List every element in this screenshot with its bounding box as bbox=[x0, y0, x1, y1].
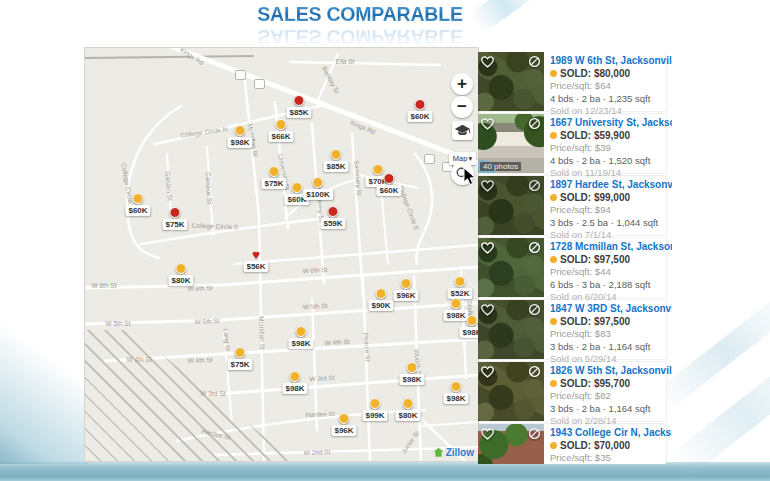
hide-listing-icon[interactable] bbox=[528, 364, 541, 382]
price-marker[interactable]: $59K bbox=[320, 206, 345, 229]
price-marker[interactable]: $80K bbox=[395, 398, 420, 421]
hide-listing-icon[interactable] bbox=[528, 178, 541, 196]
listing-card[interactable]: 1897 Hardee St, Jacksonville, FL SOLD: $… bbox=[478, 176, 666, 235]
listing-card[interactable]: 1847 W 3RD St, Jacksonville, FL SOLD: $9… bbox=[478, 300, 666, 359]
favorite-heart-icon[interactable] bbox=[481, 302, 494, 320]
listing-address[interactable]: 1897 Hardee St, Jacksonville, FL bbox=[550, 179, 672, 192]
listing-card[interactable]: 40 photos 1667 University St, Jacksonvil… bbox=[478, 114, 666, 173]
favorite-heart-icon[interactable] bbox=[481, 240, 494, 258]
listings-panel[interactable]: 1989 W 6th St, Jacksonville, FL SOLD: $8… bbox=[478, 52, 672, 464]
sold-dot-icon[interactable] bbox=[331, 149, 342, 160]
price-marker[interactable]: $90K bbox=[368, 288, 393, 311]
sold-dot-icon[interactable] bbox=[339, 413, 350, 424]
sold-dot-icon[interactable] bbox=[403, 398, 414, 409]
price-marker[interactable]: $60K bbox=[407, 99, 432, 122]
listing-price-sqft: Price/sqft: $44 bbox=[550, 266, 672, 279]
favorite-heart-icon[interactable] bbox=[481, 426, 494, 444]
hide-listing-icon[interactable] bbox=[528, 240, 541, 258]
listing-address[interactable]: 1667 University St, Jacksonville,... bbox=[550, 117, 672, 130]
sold-dot-icon[interactable] bbox=[415, 99, 426, 110]
price-marker[interactable]: $60K bbox=[125, 193, 150, 216]
sold-dot-icon[interactable] bbox=[370, 398, 381, 409]
price-marker[interactable]: $85K bbox=[286, 95, 311, 118]
listing-photo[interactable] bbox=[478, 300, 544, 359]
hide-listing-icon[interactable] bbox=[528, 116, 541, 134]
price-marker[interactable]: $52K bbox=[447, 276, 472, 299]
price-marker[interactable]: $98K bbox=[443, 381, 468, 404]
price-marker[interactable]: $98K bbox=[399, 362, 424, 385]
listing-specs: 4 bds · 2 ba · 1,520 sqft bbox=[550, 155, 672, 168]
hide-listing-icon[interactable] bbox=[528, 54, 541, 72]
sold-dot-icon[interactable] bbox=[384, 173, 395, 184]
sold-dot-icon[interactable] bbox=[235, 347, 246, 358]
price-marker[interactable]: $98K bbox=[227, 125, 252, 148]
sold-dot-icon[interactable] bbox=[296, 326, 307, 337]
sold-dot-icon[interactable] bbox=[401, 278, 412, 289]
listing-card[interactable]: 1989 W 6th St, Jacksonville, FL SOLD: $8… bbox=[478, 52, 666, 111]
listing-info: 1826 W 5th St, Jacksonville, FL SOLD: $9… bbox=[544, 362, 672, 421]
zillow-logo[interactable]: Zillow bbox=[433, 447, 474, 458]
sold-dot-icon[interactable] bbox=[451, 298, 462, 309]
price-marker[interactable]: $66K bbox=[268, 119, 293, 142]
listings-list: 1989 W 6th St, Jacksonville, FL SOLD: $8… bbox=[478, 52, 672, 464]
sold-dot-icon[interactable] bbox=[294, 95, 305, 106]
favorite-heart-icon[interactable] bbox=[481, 54, 494, 72]
listing-photo[interactable] bbox=[478, 424, 544, 464]
sold-dot-icon[interactable] bbox=[312, 177, 323, 188]
zoom-in-button[interactable]: + bbox=[451, 73, 473, 95]
listing-price-sqft: Price/sqft: $82 bbox=[550, 390, 672, 403]
price-marker[interactable]: $98K bbox=[282, 371, 307, 394]
map-canvas[interactable]: Kings RdKings RdElla StBerkley StCollege… bbox=[85, 48, 478, 461]
hide-listing-icon[interactable] bbox=[528, 426, 541, 444]
sold-dot-icon[interactable] bbox=[451, 381, 462, 392]
price-marker[interactable]: $96K bbox=[393, 278, 418, 301]
price-marker[interactable]: $98K bbox=[459, 315, 478, 338]
sold-dot-icon[interactable] bbox=[407, 362, 418, 373]
favorite-heart-icon[interactable] bbox=[481, 364, 494, 382]
price-marker[interactable]: $75K bbox=[162, 207, 187, 230]
sold-dot-icon[interactable] bbox=[170, 207, 181, 218]
price-marker[interactable]: $80K bbox=[168, 263, 193, 286]
sold-dot-icon[interactable] bbox=[467, 315, 478, 326]
sold-dot-icon[interactable] bbox=[328, 206, 339, 217]
sold-dot-icon[interactable] bbox=[290, 371, 301, 382]
listing-card[interactable]: 1943 College Cir N, Jacksonville,... SOL… bbox=[478, 424, 666, 464]
price-marker[interactable]: $75K bbox=[227, 347, 252, 370]
listing-photo[interactable] bbox=[478, 238, 544, 297]
price-marker[interactable]: $60K bbox=[376, 173, 401, 196]
zoom-out-button[interactable]: − bbox=[451, 96, 473, 118]
listing-card[interactable]: 1826 W 5th St, Jacksonville, FL SOLD: $9… bbox=[478, 362, 666, 421]
listing-card[interactable]: 1728 Mcmillan St, Jacksonville, FL SOLD:… bbox=[478, 238, 666, 297]
sold-dot-icon[interactable] bbox=[292, 182, 303, 193]
sold-dot-icon[interactable] bbox=[235, 125, 246, 136]
favorite-heart-icon[interactable] bbox=[481, 178, 494, 196]
listing-photo[interactable] bbox=[478, 52, 544, 111]
price-marker[interactable]: $99K bbox=[362, 398, 387, 421]
price-marker[interactable]: ♥$56K bbox=[243, 249, 268, 272]
price-marker[interactable]: $96K bbox=[331, 413, 356, 436]
schools-layer-button[interactable] bbox=[452, 121, 473, 140]
listing-address[interactable]: 1989 W 6th St, Jacksonville, FL bbox=[550, 55, 672, 68]
price-marker[interactable]: $75K bbox=[261, 166, 286, 189]
listing-address[interactable]: 1847 W 3RD St, Jacksonville, FL bbox=[550, 303, 672, 316]
sold-dot-icon[interactable] bbox=[133, 193, 144, 204]
favorite-heart-icon[interactable] bbox=[481, 116, 494, 134]
sold-dot-icon[interactable] bbox=[376, 288, 387, 299]
sold-dot-icon[interactable] bbox=[176, 263, 187, 274]
price-marker[interactable]: $98K bbox=[288, 326, 313, 349]
listing-address[interactable]: 1728 Mcmillan St, Jacksonville, FL bbox=[550, 241, 672, 254]
listing-address[interactable]: 1943 College Cir N, Jacksonville,... bbox=[550, 427, 672, 440]
listing-photo[interactable] bbox=[478, 362, 544, 421]
street-label: W 5th St bbox=[302, 302, 327, 310]
price-marker[interactable]: $100K bbox=[303, 177, 333, 200]
listing-photo[interactable]: 40 photos bbox=[478, 114, 544, 173]
price-marker[interactable]: $85K bbox=[323, 149, 348, 172]
sold-dot-icon[interactable] bbox=[455, 276, 466, 287]
sold-dot-icon[interactable] bbox=[269, 166, 280, 177]
price-label: $98K bbox=[399, 374, 424, 385]
subject-heart-marker-icon[interactable]: ♥ bbox=[252, 249, 260, 260]
hide-listing-icon[interactable] bbox=[528, 302, 541, 320]
listing-photo[interactable] bbox=[478, 176, 544, 235]
listing-address[interactable]: 1826 W 5th St, Jacksonville, FL bbox=[550, 365, 672, 378]
sold-dot-icon[interactable] bbox=[276, 119, 287, 130]
